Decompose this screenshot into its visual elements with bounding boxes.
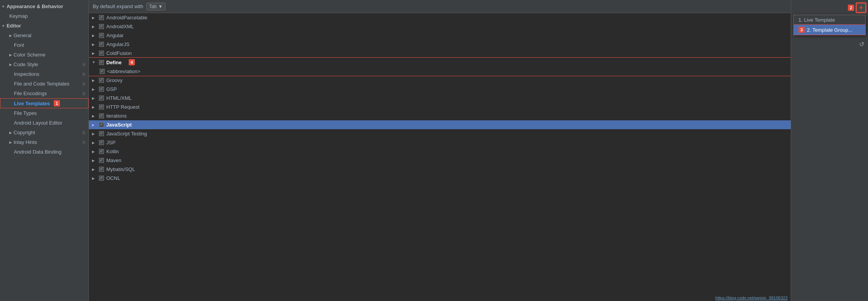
sidebar-item-file-types[interactable]: File Types <box>0 108 89 118</box>
list-item[interactable]: Kotlin <box>89 147 791 156</box>
list-item[interactable]: iterations <box>89 111 791 120</box>
sidebar-item-inspections[interactable]: Inspections ⎘ <box>0 69 89 79</box>
add-button[interactable]: + <box>856 3 866 12</box>
sidebar-item-copyright[interactable]: Copyright ⎘ <box>0 128 89 137</box>
checkbox[interactable] <box>99 78 104 83</box>
expand-arrow-icon <box>92 105 97 109</box>
sidebar-item-editor[interactable]: Editor <box>0 21 89 31</box>
item-label: Angular <box>106 32 124 38</box>
sidebar-item-android-data-binding[interactable]: Android Data Binding <box>0 147 89 157</box>
sidebar-item-label: Editor <box>7 23 21 29</box>
checkbox[interactable] <box>99 167 104 172</box>
list-item[interactable]: HTTP Request <box>89 103 791 111</box>
right-panel: 2 + 1. Live Template 3 2. Template Group… <box>791 0 868 301</box>
add-dropdown-menu: 1. Live Template 3 2. Template Group... <box>793 15 866 35</box>
sidebar-item-label: Color Scheme <box>14 52 45 58</box>
sidebar-item-android-layout-editor[interactable]: Android Layout Editor <box>0 118 89 128</box>
item-label: HTTP Request <box>106 104 140 110</box>
list-item[interactable]: AngularJS <box>89 40 791 49</box>
expand-arrow-icon <box>92 150 97 154</box>
copy-icon: ⎘ <box>83 91 85 96</box>
list-item-javascript[interactable]: JavaScript <box>89 120 791 129</box>
list-item[interactable]: Groovy <box>89 76 791 85</box>
checkbox[interactable] <box>99 96 104 101</box>
list-item[interactable]: JSP <box>89 138 791 147</box>
expand-arrow-icon <box>92 87 97 91</box>
checkbox[interactable] <box>99 149 104 154</box>
checkbox[interactable] <box>99 15 104 20</box>
annotation-1: 1 <box>54 100 60 106</box>
list-item[interactable]: HTML/XML <box>89 94 791 103</box>
checkbox[interactable] <box>99 33 104 38</box>
sidebar-item-appearance-behavior[interactable]: Appearance & Behavior <box>0 2 89 11</box>
list-item[interactable]: GSP <box>89 85 791 94</box>
checkbox[interactable] <box>99 176 104 181</box>
item-label: Kotlin <box>106 149 119 154</box>
checkbox[interactable] <box>99 131 104 136</box>
sidebar-item-label: Copyright <box>14 130 35 135</box>
menu-item-template-group[interactable]: 3 2. Template Group... <box>794 25 865 35</box>
expand-arrow-icon <box>92 168 97 171</box>
checkbox[interactable] <box>99 104 104 109</box>
list-item[interactable]: Mybatis/SQL <box>89 165 791 174</box>
list-item[interactable]: AndroidXML <box>89 22 791 31</box>
annotation-4: 4 <box>129 59 135 65</box>
copy-icon: ⎘ <box>83 72 85 77</box>
item-label: Mybatis/SQL <box>106 166 135 172</box>
copy-icon: ⎘ <box>83 130 85 135</box>
toolbar-expand-label: By default expand with <box>93 3 143 9</box>
list-item[interactable]: ColdFusion <box>89 49 791 58</box>
expand-icon <box>9 53 12 57</box>
checkbox[interactable] <box>100 69 105 74</box>
checkbox[interactable] <box>99 158 104 163</box>
sidebar-item-font[interactable]: Font <box>0 40 89 50</box>
menu-item-label: 1. Live Template <box>798 17 835 23</box>
annotation-2: 2 <box>848 5 854 11</box>
sidebar-item-code-style[interactable]: Code Style ⎘ <box>0 60 89 69</box>
list-item[interactable]: AndroidParcelable <box>89 13 791 22</box>
footer-url[interactable]: https://blog.csdn.net/weixin_38106322 <box>712 295 791 301</box>
undo-button[interactable]: ↺ <box>858 40 866 49</box>
expand-arrow-icon <box>92 60 97 64</box>
item-label: HTML/XML <box>106 95 132 101</box>
list-item-define[interactable]: Define 4 <box>89 58 791 67</box>
checkbox[interactable] <box>99 60 104 65</box>
expand-with-dropdown[interactable]: Tab ▼ <box>146 3 165 10</box>
sidebar-item-file-code-templates[interactable]: File and Code Templates ⎘ <box>0 79 89 89</box>
templates-list: AndroidParcelable AndroidXML Angular Ang… <box>89 13 791 301</box>
sidebar-item-label: File and Code Templates <box>14 81 70 87</box>
sidebar-item-label: Inlay Hints <box>14 139 37 145</box>
checkbox[interactable] <box>99 87 104 92</box>
list-item[interactable]: OCNL <box>89 174 791 183</box>
expand-icon <box>9 63 12 67</box>
checkbox[interactable] <box>99 122 104 127</box>
sidebar-item-inlay-hints[interactable]: Inlay Hints ⎘ <box>0 137 89 147</box>
list-item[interactable]: JavaScript Testing <box>89 129 791 138</box>
expand-arrow-icon <box>92 51 97 55</box>
main-toolbar: By default expand with Tab ▼ <box>89 0 791 13</box>
item-label: JavaScript Testing <box>106 131 147 137</box>
list-item-abbreviation[interactable]: <abbreviation> <box>89 67 791 76</box>
menu-item-label: 2. Template Group... <box>807 27 853 33</box>
sidebar-item-label: Appearance & Behavior <box>7 3 63 9</box>
expand-icon <box>9 34 12 38</box>
copy-icon: ⎘ <box>83 82 85 86</box>
sidebar-item-live-templates[interactable]: Live Templates 1 <box>0 98 89 108</box>
plus-icon: + <box>859 4 863 11</box>
expand-arrow-icon <box>92 176 97 180</box>
checkbox[interactable] <box>99 42 104 47</box>
sidebar-item-color-scheme[interactable]: Color Scheme <box>0 50 89 60</box>
menu-item-live-template[interactable]: 1. Live Template <box>794 15 865 25</box>
expand-icon <box>9 140 12 144</box>
checkbox[interactable] <box>99 24 104 29</box>
list-item[interactable]: Maven <box>89 156 791 165</box>
list-item[interactable]: Angular <box>89 31 791 40</box>
sidebar-item-file-encodings[interactable]: File Encodings ⎘ <box>0 89 89 98</box>
expand-icon <box>2 5 5 9</box>
sidebar-item-label: File Types <box>14 110 37 116</box>
sidebar-item-keymap[interactable]: Keymap <box>0 11 89 21</box>
checkbox[interactable] <box>99 140 104 145</box>
sidebar-item-general[interactable]: General <box>0 31 89 40</box>
checkbox[interactable] <box>99 113 104 118</box>
checkbox[interactable] <box>99 51 104 56</box>
